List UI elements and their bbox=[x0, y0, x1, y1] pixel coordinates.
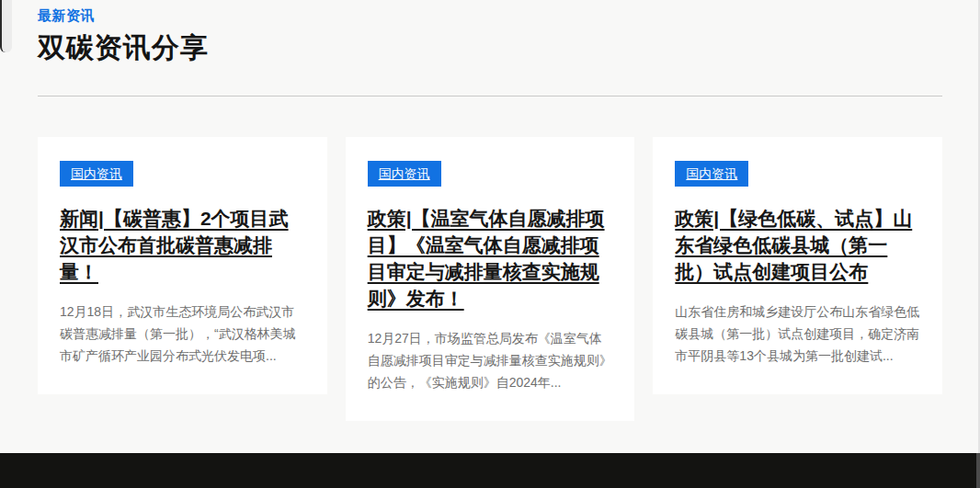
news-card: 国内资讯 政策|【绿色低碳、试点】山东省绿色低碳县城（第一批）试点创建项目公布 … bbox=[653, 137, 942, 394]
category-badge[interactable]: 国内资讯 bbox=[368, 161, 441, 187]
news-card: 国内资讯 新闻|【碳普惠】2个项目武汉市公布首批碳普惠减排量！ 12月18日，武… bbox=[38, 137, 327, 394]
footer-right-edge bbox=[976, 453, 980, 488]
news-title-link[interactable]: 新闻|【碳普惠】2个项目武汉市公布首批碳普惠减排量！ bbox=[60, 208, 289, 282]
news-card-grid: 国内资讯 新闻|【碳普惠】2个项目武汉市公布首批碳普惠减排量！ 12月18日，武… bbox=[38, 137, 942, 421]
category-badge[interactable]: 国内资讯 bbox=[60, 161, 133, 187]
header-divider bbox=[38, 96, 942, 96]
page-title: 双碳资讯分享 bbox=[38, 29, 942, 67]
section-header: 最新资讯 双碳资讯分享 bbox=[0, 0, 980, 67]
category-badge[interactable]: 国内资讯 bbox=[675, 161, 748, 187]
news-card: 国内资讯 政策|【温室气体自愿减排项目】《温室气体自愿减排项目审定与减排量核查实… bbox=[346, 137, 635, 421]
news-excerpt: 山东省住房和城乡建设厅公布山东省绿色低碳县城（第一批）试点创建项目，确定济南市平… bbox=[675, 301, 920, 367]
news-excerpt: 12月27日，市场监管总局发布《温室气体自愿减排项目审定与减排量核查实施规则》的… bbox=[368, 327, 613, 393]
news-excerpt: 12月18日，武汉市生态环境局公布武汉市碳普惠减排量（第一批），“武汉格林美城市… bbox=[60, 301, 305, 367]
footer-bar bbox=[0, 453, 980, 488]
news-title-link[interactable]: 政策|【绿色低碳、试点】山东省绿色低碳县城（第一批）试点创建项目公布 bbox=[675, 208, 912, 282]
left-scrollbar-fragment[interactable] bbox=[0, 0, 12, 52]
news-title-link[interactable]: 政策|【温室气体自愿减排项目】《温室气体自愿减排项目审定与减排量核查实施规则》发… bbox=[368, 208, 605, 309]
section-eyebrow: 最新资讯 bbox=[38, 7, 942, 25]
